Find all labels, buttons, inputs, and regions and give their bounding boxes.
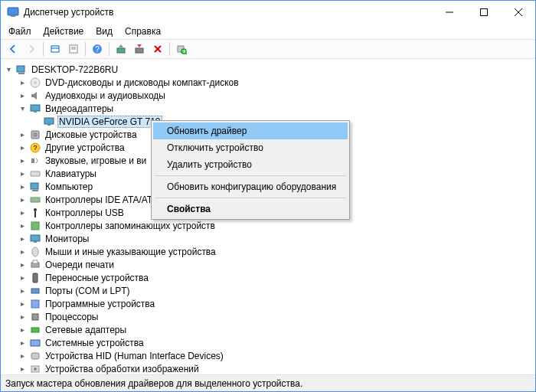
update-driver-button[interactable]: [113, 41, 129, 57]
disk-icon: [29, 129, 41, 141]
app-icon: [7, 6, 19, 18]
tree-item-storage[interactable]: ▸Контроллеры запоминающих устройств: [1, 219, 535, 232]
context-item[interactable]: Обновить драйвер: [153, 122, 348, 139]
svg-text:?: ?: [33, 144, 37, 152]
tree-item-audio[interactable]: ▸Аудиовходы и аудиовыходы: [1, 89, 535, 102]
chevron-right-icon[interactable]: ▸: [18, 299, 27, 308]
uninstall-button[interactable]: [149, 41, 166, 57]
tree-item-soft[interactable]: ▸Программные устройства: [1, 297, 535, 310]
menu-view[interactable]: Вид: [90, 24, 119, 38]
back-button[interactable]: [5, 41, 21, 57]
chevron-right-icon[interactable]: ▸: [18, 247, 27, 256]
chevron-right-icon[interactable]: ▸: [18, 351, 27, 360]
chevron-right-icon[interactable]: ▸: [18, 208, 27, 217]
chevron-right-icon[interactable]: ▸: [18, 260, 27, 269]
svg-rect-40: [31, 235, 40, 241]
minimize-button[interactable]: [432, 1, 466, 24]
tree-item-print[interactable]: ▸Очереди печати: [1, 258, 535, 271]
monitor-icon: [29, 103, 41, 115]
tree-item-video[interactable]: ▾Видеоадаптеры: [1, 102, 535, 115]
tree-label: Дисковые устройства: [44, 129, 139, 140]
svg-rect-39: [31, 222, 39, 230]
tree-item-sys[interactable]: ▸Системные устройства: [1, 336, 535, 349]
context-item[interactable]: Обновить конфигурацию оборудования: [153, 178, 348, 195]
chevron-right-icon[interactable]: ▸: [18, 143, 27, 152]
chevron-right-icon[interactable]: ▸: [18, 78, 27, 87]
properties-button[interactable]: [65, 41, 82, 57]
tree-item-img[interactable]: ▸Устройства обработки изображений: [1, 362, 535, 374]
chevron-down-icon[interactable]: ▾: [18, 104, 27, 113]
chevron-right-icon[interactable]: ▸: [18, 325, 27, 334]
chevron-right-icon[interactable]: ▸: [18, 156, 27, 165]
chevron-right-icon[interactable]: ▸: [18, 169, 27, 178]
show-hidden-button[interactable]: [47, 41, 64, 57]
ide-icon: [29, 194, 41, 206]
context-item[interactable]: Отключить устройство: [153, 139, 348, 156]
svg-point-53: [34, 368, 37, 371]
tree-label: Процессоры: [44, 312, 100, 322]
svg-text:?: ?: [95, 45, 100, 54]
context-item[interactable]: Удалить устройство: [153, 156, 348, 173]
window-controls: [432, 1, 535, 24]
titlebar: Диспетчер устройств: [1, 1, 535, 24]
menu-help[interactable]: Справка: [119, 24, 167, 38]
computer-icon: [15, 64, 28, 76]
chevron-right-icon[interactable]: ▸: [18, 312, 27, 321]
monitor-icon: [43, 116, 55, 128]
tree-item-net[interactable]: ▸Сетевые адаптеры: [1, 323, 535, 336]
port-icon: [29, 285, 41, 297]
window-title: Диспетчер устройств: [24, 7, 432, 18]
close-button[interactable]: [501, 1, 535, 24]
chevron-right-icon[interactable]: ▸: [18, 338, 27, 347]
soft-icon: [29, 298, 41, 310]
forward-button[interactable]: [23, 41, 40, 57]
print-icon: [29, 259, 41, 271]
menu-action[interactable]: Действие: [38, 24, 90, 38]
chevron-right-icon[interactable]: ▸: [18, 182, 27, 191]
usb-icon: [29, 207, 41, 219]
tree-label: DESKTOP-722B6RU: [30, 64, 119, 75]
tree-item-mouse[interactable]: ▸Мыши и иные указывающие устройства: [1, 245, 535, 258]
maximize-button[interactable]: [466, 1, 501, 24]
chevron-right-icon[interactable]: ▸: [18, 286, 27, 295]
disable-button[interactable]: [131, 41, 148, 57]
svg-rect-32: [31, 158, 34, 163]
chevron-down-icon[interactable]: ▾: [4, 65, 13, 74]
context-item[interactable]: Свойства: [153, 201, 348, 217]
svg-rect-6: [51, 46, 59, 52]
tree-label: Аудиовходы и аудиовыходы: [44, 90, 167, 101]
chevron-right-icon[interactable]: ▸: [18, 221, 27, 230]
chevron-right-icon[interactable]: ▸: [18, 273, 27, 282]
tree-label: Программные устройства: [44, 299, 156, 309]
tree-item-portable[interactable]: ▸Переносные устройства: [1, 271, 535, 284]
tree-item-ports[interactable]: ▸Порты (COM и LPT): [1, 284, 535, 297]
chevron-right-icon[interactable]: ▸: [18, 130, 27, 139]
tree-item-monitors[interactable]: ▸Мониторы: [1, 232, 535, 245]
svg-rect-25: [34, 111, 37, 113]
scan-hardware-button[interactable]: [173, 41, 190, 57]
help-button[interactable]: ?: [89, 41, 106, 57]
tree-label: DVD-дисководы и дисководы компакт-дисков: [44, 77, 240, 88]
chevron-right-icon[interactable]: ▸: [18, 364, 27, 373]
chevron-right-icon[interactable]: ▸: [18, 91, 27, 100]
status-text: Запуск мастера обновления драйверов для …: [5, 378, 302, 389]
tree-root[interactable]: ▾DESKTOP-722B6RU: [1, 63, 535, 76]
tree-item-dvd[interactable]: ▸DVD-дисководы и дисководы компакт-диско…: [1, 76, 535, 89]
tree-label: Контроллеры USB: [44, 207, 126, 218]
svg-rect-21: [18, 73, 25, 74]
tree-label: Системные устройства: [44, 338, 145, 348]
mouse-icon: [29, 246, 41, 258]
toolbar: ?: [1, 39, 535, 59]
menu-file[interactable]: Файл: [2, 24, 38, 38]
context-menu: Обновить драйверОтключить устройствоУдал…: [151, 120, 350, 220]
tree-label: Порты (COM и LPT): [44, 286, 132, 296]
portable-icon: [29, 272, 41, 284]
tree-item-hid[interactable]: ▸Устройства HID (Human Interface Devices…: [1, 349, 535, 362]
statusbar: Запуск мастера обновления драйверов для …: [1, 374, 535, 391]
chevron-right-icon[interactable]: ▸: [18, 195, 27, 204]
svg-point-23: [34, 81, 37, 84]
chevron-right-icon[interactable]: ▸: [18, 234, 27, 243]
svg-rect-47: [31, 300, 39, 308]
tree-item-cpu[interactable]: ▸Процессоры: [1, 310, 535, 323]
monitor-icon: [29, 233, 41, 245]
